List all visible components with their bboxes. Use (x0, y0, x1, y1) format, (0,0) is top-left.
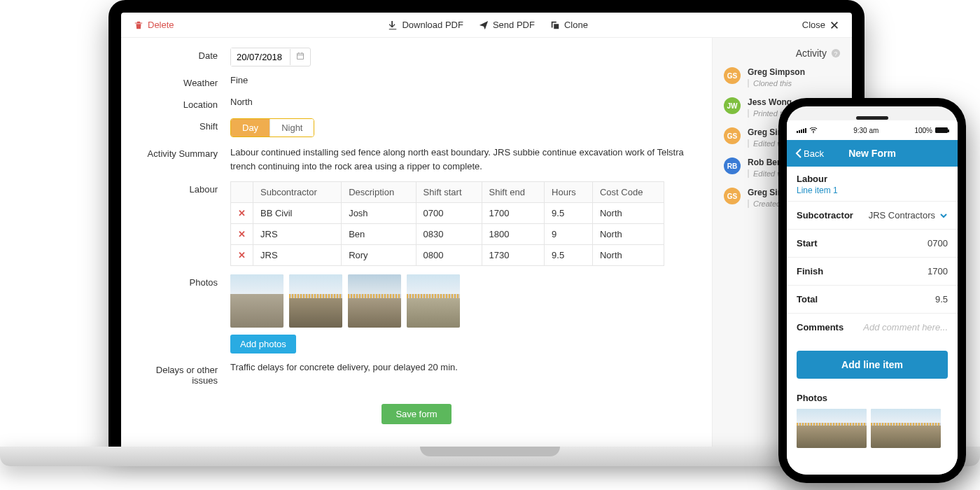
photo-thumb[interactable] (348, 274, 401, 328)
labour-cell: 0800 (416, 245, 482, 266)
subcontractor-row[interactable]: Subcotractor JRS Contractors (787, 201, 958, 229)
avatar: GS (724, 188, 741, 204)
svg-text:?: ? (834, 50, 838, 57)
status-battery: 100% (914, 127, 932, 134)
avatar: GS (724, 67, 741, 84)
labour-cell: 1700 (482, 203, 545, 224)
avatar: GS (724, 127, 741, 144)
help-icon[interactable]: ? (831, 48, 841, 58)
labour-cell: 1730 (482, 245, 545, 266)
labour-header: Hours (545, 182, 593, 203)
delete-label: Delete (148, 20, 174, 30)
add-photos-button[interactable]: Add photos (230, 335, 296, 354)
chevron-down-icon (939, 211, 948, 220)
shift-day-option[interactable]: Day (231, 119, 270, 136)
start-row[interactable]: Start 0700 (787, 229, 958, 257)
subcontractor-label: Subcotractor (797, 210, 853, 220)
chevron-left-icon (795, 148, 802, 158)
finish-row[interactable]: Finish 1700 (787, 257, 958, 285)
labour-cell: North (592, 224, 664, 245)
phone-photo-thumb[interactable] (871, 409, 941, 448)
phone-section-subtitle: Line item 1 (787, 186, 958, 201)
labour-cell: North (592, 245, 664, 266)
phone-title: New Form (848, 148, 896, 159)
laptop-notch (420, 447, 560, 456)
back-label: Back (804, 148, 824, 159)
activity-user-name: Greg Simpson (748, 67, 805, 77)
phone-photos-label: Photos (787, 388, 958, 409)
start-value: 0700 (927, 238, 948, 248)
weather-label: Weather (139, 75, 230, 88)
activity-summary-value: Labour continued installing sed fence al… (230, 146, 694, 173)
photo-thumb[interactable] (407, 274, 460, 328)
start-label: Start (797, 238, 818, 248)
photo-thumb[interactable] (289, 274, 342, 328)
close-button[interactable]: Close (802, 20, 839, 30)
labour-cell: BB Civil (253, 203, 342, 224)
total-value: 9.5 (935, 294, 948, 304)
avatar: JW (724, 97, 741, 114)
save-form-button[interactable]: Save form (382, 404, 451, 424)
add-line-item-button[interactable]: Add line item (797, 351, 948, 379)
activity-item: GSGreg SimpsonCloned this (724, 67, 841, 88)
labour-header: Description (342, 182, 416, 203)
phone-screen: 9:30 am 100% Back New Form Labour Line i… (787, 106, 958, 475)
date-input[interactable] (230, 48, 311, 66)
photos-label: Photos (139, 274, 230, 288)
labour-label: Labour (139, 181, 230, 195)
back-button[interactable]: Back (795, 148, 824, 159)
location-label: Location (139, 97, 230, 110)
phone-frame: 9:30 am 100% Back New Form Labour Line i… (778, 98, 966, 483)
labour-cell: North (592, 203, 664, 224)
laptop-frame: Delete Download PDF Send PDF Clone (108, 0, 864, 448)
close-label: Close (802, 20, 825, 30)
labour-cell: Josh (342, 203, 416, 224)
labour-cell: 9 (545, 224, 593, 245)
labour-cell: 0830 (416, 224, 482, 245)
labour-cell: 9.5 (545, 245, 593, 266)
laptop-screen: Delete Download PDF Send PDF Clone (121, 13, 852, 448)
labour-header-blank (231, 182, 253, 203)
form-pane: Date Weather Fine Loca (121, 38, 712, 448)
labour-cell: JRS (253, 245, 342, 266)
delete-row-icon[interactable]: ✕ (231, 224, 253, 245)
activity-user-name: Jess Wong (748, 97, 792, 107)
clone-label: Clone (564, 20, 588, 30)
phone-photo-thumb[interactable] (797, 409, 867, 448)
activity-summary-label: Activity Summary (139, 146, 230, 159)
delete-row-icon[interactable]: ✕ (231, 203, 253, 224)
labour-header: Shift start (416, 182, 482, 203)
labour-header: Subcontractor (253, 182, 342, 203)
labour-table: SubcontractorDescriptionShift startShift… (230, 181, 664, 266)
table-row: ✕JRSRory080017309.5North (231, 245, 664, 266)
delete-button[interactable]: Delete (134, 20, 174, 30)
clone-icon (550, 20, 560, 30)
finish-value: 1700 (927, 266, 948, 276)
shift-night-option[interactable]: Night (270, 119, 314, 136)
comments-row[interactable]: Comments Add comment here... (787, 313, 958, 341)
date-label: Date (139, 48, 230, 61)
photo-thumb[interactable] (230, 274, 284, 328)
battery-icon (935, 127, 948, 133)
labour-header: Shift end (482, 182, 545, 203)
date-field[interactable] (231, 48, 290, 66)
subcontractor-value: JRS Contractors (869, 210, 935, 220)
clone-button[interactable]: Clone (550, 20, 588, 30)
delete-row-icon[interactable]: ✕ (231, 245, 253, 266)
calendar-icon[interactable] (290, 49, 310, 65)
signal-icon (797, 128, 806, 133)
download-pdf-button[interactable]: Download PDF (388, 20, 463, 30)
comments-label: Comments (797, 322, 844, 332)
delays-value: Traffic delays for concrete delivery, po… (230, 362, 694, 372)
labour-cell: 1800 (482, 224, 545, 245)
weather-value: Fine (230, 75, 694, 85)
send-pdf-button[interactable]: Send PDF (479, 20, 535, 30)
labour-cell: JRS (253, 224, 342, 245)
send-icon (479, 20, 489, 30)
download-icon (388, 20, 398, 30)
phone-speaker (856, 116, 888, 120)
phone-status-bar: 9:30 am 100% (787, 120, 958, 140)
total-row[interactable]: Total 9.5 (787, 285, 958, 313)
labour-cell: Rory (342, 245, 416, 266)
close-icon (830, 20, 839, 30)
